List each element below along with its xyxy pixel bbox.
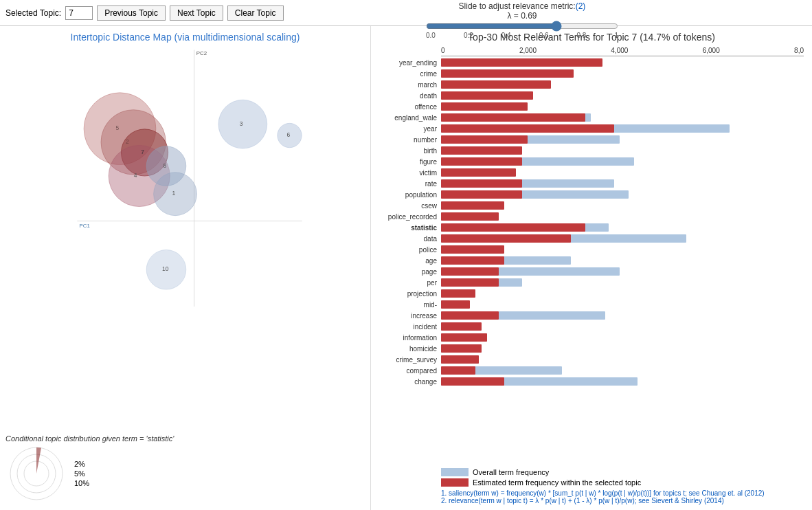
bar-track: [441, 58, 804, 67]
bar-track: [441, 179, 804, 188]
tick-6000: 6,000: [703, 47, 720, 54]
bar-term-label: page: [379, 268, 441, 276]
bubble-label-1: 1: [172, 190, 176, 197]
bar-row: per: [379, 278, 804, 287]
toolbar: Selected Topic: Previous Topic Next Topi…: [0, 0, 812, 26]
bar-track: [441, 124, 804, 133]
lambda-label: λ = 0.69: [507, 11, 537, 21]
footer-link-1[interactable]: 1. saliency(term w) = frequency(w) * [su…: [441, 489, 804, 497]
bar-fg: [441, 256, 504, 265]
bar-row: police_recorded: [379, 212, 804, 221]
bar-fg: [441, 267, 499, 276]
bar-fg: [441, 135, 528, 144]
bar-row: death: [379, 91, 804, 100]
bar-row: incident: [379, 322, 804, 331]
slider-label: Slide to adjust relevance metric:(2): [459, 1, 586, 11]
next-topic-button[interactable]: Next Topic: [170, 5, 223, 21]
bar-track: [441, 102, 804, 111]
bar-row: rate: [379, 179, 804, 188]
legend-bg-label: Overall term frequency: [473, 468, 549, 476]
bar-term-label: march: [379, 81, 441, 89]
bar-fg: [441, 333, 487, 342]
bar-row: change: [379, 377, 804, 386]
bar-fg: [441, 223, 585, 232]
bar-row: statistic: [379, 223, 804, 232]
bar-fg: [441, 80, 551, 89]
bar-term-label: per: [379, 279, 441, 287]
bubble-label-6: 6: [287, 131, 291, 138]
bar-track: [441, 168, 804, 177]
bar-track: [441, 322, 804, 331]
legend-bg: Overall term frequency: [441, 468, 549, 476]
bar-track: [441, 223, 804, 232]
bar-track: [441, 278, 804, 287]
intertopic-map-title: Intertopic Distance Map (via multidimens…: [5, 32, 365, 43]
tick-4000: 4,000: [611, 47, 628, 54]
bar-track: [441, 91, 804, 100]
bar-track: [441, 366, 804, 375]
bar-term-label: change: [379, 378, 441, 386]
pc1-label: PC1: [80, 223, 90, 229]
bar-fg: [441, 102, 528, 111]
bar-fg: [441, 234, 571, 243]
bar-term-label: number: [379, 136, 441, 144]
bar-track: [441, 80, 804, 89]
bar-track: [441, 69, 804, 78]
bar-fg: [441, 377, 504, 386]
bar-fg: [441, 69, 574, 78]
bar-term-label: england_wale: [379, 114, 441, 122]
bar-fg: [441, 168, 516, 177]
bar-row: crime: [379, 69, 804, 78]
prev-topic-button[interactable]: Previous Topic: [97, 5, 166, 21]
relevance-slider[interactable]: [426, 21, 618, 32]
bar-fg: [441, 124, 614, 133]
axis-ticks: 0 2,000 4,000 6,000 8,0: [441, 47, 804, 56]
bar-track: [441, 212, 804, 221]
bar-row: victim: [379, 168, 804, 177]
bar-row: crime_survey: [379, 355, 804, 364]
topic-input[interactable]: [65, 6, 93, 20]
bubble-chart-svg: PC1 PC2 5 2 7 4 8: [5, 45, 365, 307]
bar-track: [441, 234, 804, 243]
bar-term-label: birth: [379, 147, 441, 155]
bar-track: [441, 245, 804, 254]
bar-fg: [441, 190, 522, 199]
bar-track: [441, 300, 804, 309]
bar-track: [441, 311, 804, 320]
bar-row: projection: [379, 289, 804, 298]
bar-fg: [441, 311, 499, 320]
tick-2000: 2,000: [519, 47, 537, 54]
bar-fg: [441, 300, 470, 309]
bar-chart-container: year_endingcrimemarchdeathoffenceengland…: [379, 58, 804, 464]
bar-track: [441, 256, 804, 265]
bubble-chart: PC1 PC2 5 2 7 4 8: [5, 45, 365, 432]
bar-row: information: [379, 333, 804, 342]
bar-fg: [441, 289, 475, 298]
bar-row: page: [379, 267, 804, 276]
clear-topic-button[interactable]: Clear Topic: [227, 5, 284, 21]
bar-row: police: [379, 245, 804, 254]
bar-row: figure: [379, 157, 804, 166]
bar-term-label: statistic: [379, 224, 441, 232]
bar-row: year: [379, 124, 804, 133]
bar-track: [441, 146, 804, 155]
bar-term-label: homicide: [379, 345, 441, 353]
bar-track: [441, 113, 804, 122]
left-panel: Intertopic Distance Map (via multidimens…: [0, 26, 371, 510]
bar-track: [441, 333, 804, 342]
bar-fg: [441, 366, 475, 375]
bar-term-label: age: [379, 257, 441, 265]
bar-term-label: mid-: [379, 301, 441, 309]
footer-link-2[interactable]: 2. relevance(term w | topic t) = λ * p(w…: [441, 497, 804, 505]
bar-row: number: [379, 135, 804, 144]
legend-fg-label: Estimated term frequency within the sele…: [473, 478, 641, 487]
right-panel: Top-30 Most Relevant Terms for Topic 7 (…: [371, 26, 812, 510]
bar-row: increase: [379, 311, 804, 320]
bar-term-label: projection: [379, 290, 441, 298]
slider-container: [426, 21, 618, 32]
bar-term-label: death: [379, 92, 441, 100]
bar-row: population: [379, 190, 804, 199]
bar-track: [441, 289, 804, 298]
bar-term-label: compared: [379, 367, 441, 375]
bar-term-label: information: [379, 334, 441, 342]
